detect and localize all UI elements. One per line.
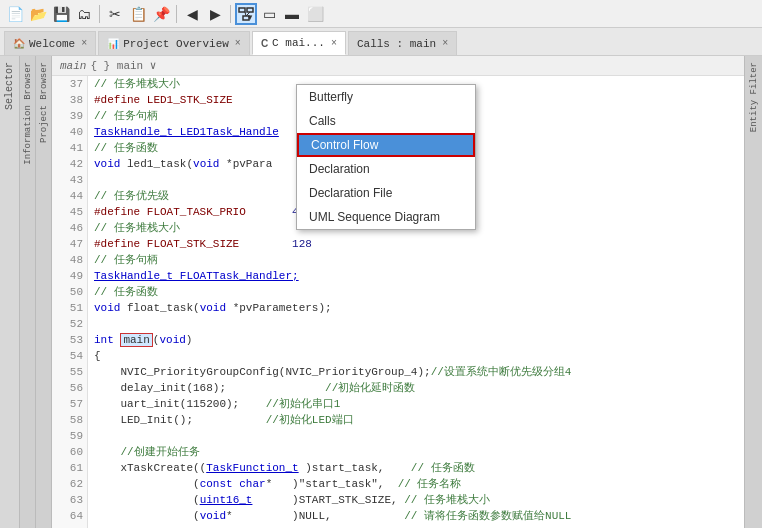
- scope-label: main: [60, 60, 86, 72]
- selector-label[interactable]: Selector: [4, 56, 15, 116]
- line-58: LED_Init(); //初始化LED端口: [94, 412, 738, 428]
- line-53: int main(void): [94, 332, 738, 348]
- tab-project-label: Project Overview: [123, 38, 229, 50]
- line-48: // 任务句柄: [94, 252, 738, 268]
- toolbar-nav-group: ◀ ▶: [181, 3, 226, 25]
- entity-filter-label[interactable]: Entity Filter: [749, 56, 759, 138]
- svg-rect-0: [239, 8, 245, 12]
- diagram-button[interactable]: ▼: [235, 3, 257, 25]
- line-47: #define FLOAT_STK_SIZE 128: [94, 236, 738, 252]
- line-54: {: [94, 348, 738, 364]
- save-button[interactable]: 💾: [50, 3, 72, 25]
- line-60: //创建开始任务: [94, 444, 738, 460]
- line-64: (void* )NULL, // 请将任务函数参数赋值给NULL: [94, 508, 738, 524]
- open-file-button[interactable]: 📂: [27, 3, 49, 25]
- toolbar-sep-2: [176, 5, 177, 23]
- layout3-button[interactable]: ⬜: [304, 3, 326, 25]
- side-panel-project: Project Browser: [36, 56, 52, 528]
- cut-button[interactable]: ✂: [104, 3, 126, 25]
- dropdown-menu[interactable]: Butterfly Calls Control Flow Declaration…: [296, 84, 476, 230]
- layout2-button[interactable]: ▬: [281, 3, 303, 25]
- main-area: Selector Information Browser Project Bro…: [0, 56, 762, 528]
- svg-rect-1: [247, 8, 253, 12]
- line-56: delay_init(168); //初始化延时函数: [94, 380, 738, 396]
- side-panel-selector: Selector: [0, 56, 20, 528]
- line-50: // 任务函数: [94, 284, 738, 300]
- tab-welcome-label: Welcome: [29, 38, 75, 50]
- project-tab-icon: 📊: [107, 38, 119, 50]
- paste-button[interactable]: 📌: [150, 3, 172, 25]
- project-browser-label[interactable]: Project Browser: [39, 56, 49, 149]
- tab-main-c[interactable]: C C mai... ×: [252, 31, 346, 55]
- new-file-button[interactable]: 📄: [4, 3, 26, 25]
- editor-subheader: main { } main ∨: [52, 56, 744, 76]
- forward-button[interactable]: ▶: [204, 3, 226, 25]
- scope-dropdown[interactable]: { } main ∨: [90, 59, 156, 72]
- tab-project-overview[interactable]: 📊 Project Overview ×: [98, 31, 250, 55]
- tab-welcome-close[interactable]: ×: [81, 38, 87, 49]
- dropdown-item-declaration-file[interactable]: Declaration File: [297, 181, 475, 205]
- line-57: uart_init(115200); //初始化串口1: [94, 396, 738, 412]
- tab-bar: 🏠 Welcome × 📊 Project Overview × C C mai…: [0, 28, 762, 56]
- dropdown-item-declaration[interactable]: Declaration: [297, 157, 475, 181]
- tab-main-close[interactable]: ×: [331, 38, 337, 49]
- side-panel-entity: Entity Filter: [744, 56, 762, 528]
- welcome-tab-icon: 🏠: [13, 38, 25, 50]
- dropdown-arrow-icon: ▼: [246, 13, 254, 22]
- line-51: void float_task(void *pvParameters);: [94, 300, 738, 316]
- tab-welcome[interactable]: 🏠 Welcome ×: [4, 31, 96, 55]
- tab-calls-close[interactable]: ×: [442, 38, 448, 49]
- line-61: xTaskCreate((TaskFunction_t )start_task,…: [94, 460, 738, 476]
- line-numbers: 37 38 39 40 41 42 43 44 45 46 47 48 49 5…: [52, 76, 88, 528]
- toolbar-sep-1: [99, 5, 100, 23]
- tab-project-close[interactable]: ×: [235, 38, 241, 49]
- line-63: (uint16_t )START_STK_SIZE, // 任务堆栈大小: [94, 492, 738, 508]
- toolbar-edit-group: ✂ 📋 📌: [104, 3, 172, 25]
- line-55: NVIC_PriorityGroupConfig(NVIC_PriorityGr…: [94, 364, 738, 380]
- side-panel-info: Information Browser: [20, 56, 36, 528]
- info-browser-label[interactable]: Information Browser: [23, 56, 33, 171]
- line-49: TaskHandle_t FLOATTask_Handler;: [94, 268, 738, 284]
- tab-calls[interactable]: Calls : main ×: [348, 31, 457, 55]
- dropdown-item-uml[interactable]: UML Sequence Diagram: [297, 205, 475, 229]
- toolbar-diagram-group: ▼ ▭ ▬ ⬜: [235, 3, 326, 25]
- copy-button[interactable]: 📋: [127, 3, 149, 25]
- line-52: [94, 316, 738, 332]
- toolbar: 📄 📂 💾 🗂 ✂ 📋 📌 ◀ ▶ ▼ ▭ ▬ ⬜: [0, 0, 762, 28]
- dropdown-item-butterfly[interactable]: Butterfly: [297, 85, 475, 109]
- back-button[interactable]: ◀: [181, 3, 203, 25]
- toolbar-sep-3: [230, 5, 231, 23]
- layout1-button[interactable]: ▭: [258, 3, 280, 25]
- tab-main-label: C mai...: [272, 37, 325, 49]
- c-tab-icon: C: [261, 38, 268, 49]
- tab-calls-label: Calls : main: [357, 38, 436, 50]
- dropdown-item-control-flow[interactable]: Control Flow: [297, 133, 475, 157]
- line-62: (const char* )"start_task", // 任务名称: [94, 476, 738, 492]
- toolbar-file-group: 📄 📂 💾 🗂: [4, 3, 95, 25]
- save-all-button[interactable]: 🗂: [73, 3, 95, 25]
- line-59: [94, 428, 738, 444]
- dropdown-item-calls[interactable]: Calls: [297, 109, 475, 133]
